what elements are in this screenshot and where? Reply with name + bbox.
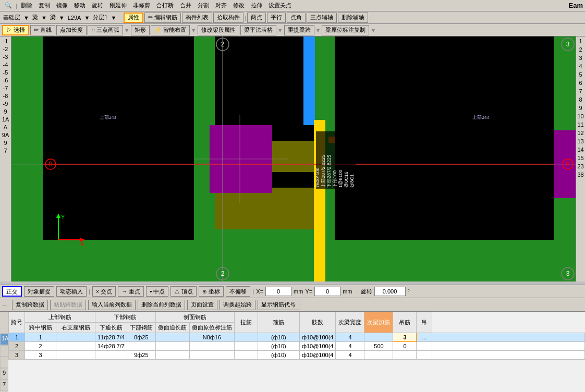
smart-layout-btn[interactable]: ⚡ 智能布置 xyxy=(151,25,190,35)
cell-span-1[interactable]: 1 xyxy=(25,333,56,342)
cell-subw-1[interactable] xyxy=(364,333,393,342)
modify-segment-btn[interactable]: 修改梁段属性 xyxy=(198,25,239,35)
break-btn[interactable]: 合打断 xyxy=(154,1,176,10)
separator3: ▼ xyxy=(58,15,66,21)
pick-component-btn[interactable]: 拾取构件 xyxy=(213,13,243,23)
cell-subrebar-3[interactable] xyxy=(393,351,417,360)
cell-subrebar-1[interactable]: 3 xyxy=(393,333,417,342)
cell-subw-3[interactable] xyxy=(364,351,393,360)
paste-span-btn[interactable]: 粘贴跨数据 xyxy=(50,300,86,310)
main-canvas[interactable]: B B 2 2 3 3 7600*100 上部287/2.8225 下部287/… xyxy=(11,36,576,281)
edit-rebar-btn[interactable]: ✏ 编辑钢筋 xyxy=(144,13,181,23)
cell-sidenote-2[interactable] xyxy=(234,342,258,351)
cell-hanger2-1[interactable] xyxy=(432,333,585,342)
cell-hanger-3[interactable] xyxy=(417,351,432,360)
split-btn[interactable]: 分割 xyxy=(195,1,212,10)
stretch-btn[interactable]: 拉伸 xyxy=(248,1,265,10)
point-angle-btn[interactable]: 点角 xyxy=(287,13,306,23)
merge-btn[interactable]: 合并 xyxy=(177,1,194,10)
cell-sidenote-3[interactable] xyxy=(234,351,258,360)
svg-rect-16 xyxy=(335,36,554,78)
cell-sidenote-1[interactable] xyxy=(234,333,258,342)
midpoint-btn[interactable]: • 中点 xyxy=(146,286,168,297)
row-index-blank1 xyxy=(0,345,8,357)
intersect-btn[interactable]: × 交点 xyxy=(92,286,116,297)
cell-sidelong-1[interactable]: N8ф16 xyxy=(189,333,234,342)
cell-stirrup-3[interactable]: ф10@100(4 xyxy=(299,351,336,360)
snap-btn[interactable]: 对象捕捉 xyxy=(24,286,54,297)
cell-tie-2[interactable]: (ф10) xyxy=(258,342,299,351)
cell-hanger-1[interactable]: ... xyxy=(417,333,432,342)
cell-right-1[interactable]: 11ф28 7/4 xyxy=(95,333,127,342)
cell-subrebar-2[interactable]: 0 xyxy=(393,342,417,351)
ortho-btn[interactable]: 正交 xyxy=(2,286,22,297)
align-btn[interactable]: 对齐 xyxy=(213,1,229,10)
vertex-btn[interactable]: △ 顶点 xyxy=(170,286,197,297)
set-node-btn[interactable]: 设置关点 xyxy=(266,1,294,10)
move-btn[interactable]: 移动 xyxy=(71,1,88,10)
cell-mid-1[interactable] xyxy=(56,333,95,342)
swap-span-btn[interactable]: 调换起始跨 xyxy=(220,300,255,310)
cell-subw-2[interactable]: 500 xyxy=(364,342,393,351)
cell-botrebar-3[interactable] xyxy=(155,351,189,360)
cell-span-2[interactable]: 2 xyxy=(25,342,56,351)
rotate-btn[interactable]: 旋转 xyxy=(89,1,106,10)
page-setup-btn[interactable]: 页面设置 xyxy=(187,300,217,310)
cell-botrebar-2[interactable] xyxy=(155,342,189,351)
component-list-btn[interactable]: 构件列表 xyxy=(182,13,212,23)
rect-btn[interactable]: 矩形 xyxy=(131,25,150,35)
cell-hanger2-2[interactable] xyxy=(432,342,585,351)
cell-hanger2-3[interactable] xyxy=(432,351,585,360)
plan-table-btn[interactable]: 梁平法表格 xyxy=(240,25,276,35)
cell-mid-2[interactable] xyxy=(56,342,95,351)
element-type: 梁 xyxy=(49,14,57,21)
copy-btn[interactable]: 复制 xyxy=(36,1,53,10)
endpoint-btn[interactable]: → 重点 xyxy=(118,286,144,297)
cell-sidelong-3[interactable] xyxy=(189,351,234,360)
cell-botrebar-1[interactable] xyxy=(155,333,189,342)
cell-right-3[interactable] xyxy=(95,351,127,360)
no-offset-btn[interactable]: 不偏移 xyxy=(226,286,250,297)
cell-botlong-3[interactable]: 9ф25 xyxy=(127,351,155,360)
y-input[interactable] xyxy=(314,287,340,296)
two-point-btn[interactable]: 两点 xyxy=(247,13,266,23)
cell-tie-3[interactable]: (ф10) xyxy=(258,351,299,360)
show-rebar-id-btn[interactable]: 显示钢筋代号 xyxy=(258,300,299,310)
three-point-axis-btn[interactable]: 三点辅轴 xyxy=(307,13,337,23)
add-length-btn[interactable]: 点加长度 xyxy=(56,25,87,35)
re-extract-btn[interactable]: 重提梁跨 xyxy=(284,25,314,35)
dynamic-input-btn[interactable]: 动态输入 xyxy=(56,286,87,297)
x-input[interactable] xyxy=(265,287,291,296)
delete-axis-btn[interactable]: 删除辅轴 xyxy=(338,13,368,23)
cell-legs-1[interactable]: 4 xyxy=(336,333,364,342)
copy-annotation-btn[interactable]: 梁原位标注复制 xyxy=(322,25,369,35)
arc-btn[interactable]: ○ 三点画弧 xyxy=(88,25,123,35)
cell-botlong-1[interactable]: 8ф25 xyxy=(127,333,155,342)
cell-legs-2[interactable]: 4 xyxy=(336,342,364,351)
cell-sidelong-2[interactable] xyxy=(189,342,234,351)
input-col-btn[interactable]: 输入当前列数据 xyxy=(88,300,136,310)
parallel-btn[interactable]: 平行 xyxy=(267,13,286,23)
line-btn[interactable]: ✏ 直线 xyxy=(30,25,55,35)
modify-btn[interactable]: 修改 xyxy=(230,1,247,10)
mirror-btn[interactable]: 镜像 xyxy=(54,1,70,10)
cell-legs-3[interactable]: 4 xyxy=(336,351,364,360)
delete-btn[interactable]: 删除 xyxy=(18,1,35,10)
cell-tie-1[interactable]: (ф10) xyxy=(258,333,299,342)
attr-btn[interactable]: 属性 xyxy=(124,13,143,23)
cell-hanger-2[interactable] xyxy=(417,342,432,351)
search-button[interactable]: 🔍 xyxy=(2,1,15,10)
cell-botlong-2[interactable] xyxy=(127,342,155,351)
coord-btn[interactable]: ⊕ 坐标 xyxy=(199,286,224,297)
rotate-input[interactable] xyxy=(374,287,406,296)
cell-span-3[interactable]: 3 xyxy=(25,351,56,360)
cell-stirrup-2[interactable]: ф10@100(4 xyxy=(299,342,336,351)
cell-right-2[interactable]: 14ф28 7/7 xyxy=(95,342,127,351)
delete-col-btn[interactable]: 删除当前列数据 xyxy=(138,300,185,310)
cell-mid-3[interactable] xyxy=(56,351,95,360)
copy-span-btn[interactable]: 复制跨数据 xyxy=(12,300,48,310)
no-trim-btn[interactable]: 非修剪 xyxy=(130,1,153,10)
select-btn[interactable]: ▷ 选择 xyxy=(2,25,29,35)
cell-stirrup-1[interactable]: ф10@100(4 xyxy=(299,333,336,342)
extend-btn[interactable]: 刚延伸 xyxy=(107,1,129,10)
